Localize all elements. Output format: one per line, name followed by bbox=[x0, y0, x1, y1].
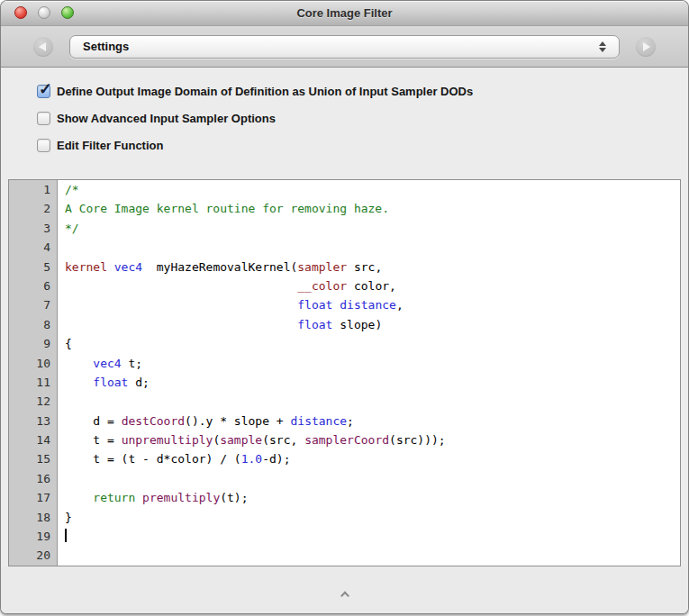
checkbox[interactable] bbox=[37, 139, 50, 152]
checkbox[interactable] bbox=[37, 112, 50, 125]
option-label: Edit Filter Function bbox=[57, 138, 163, 154]
option-row[interactable]: Edit Filter Function bbox=[37, 138, 670, 155]
page-popup-button[interactable]: Settings bbox=[69, 35, 620, 59]
line-number-gutter: 1234567891011121314151617181920 bbox=[9, 180, 58, 566]
code-editor[interactable]: 1234567891011121314151617181920 /*A Core… bbox=[8, 179, 681, 566]
option-row[interactable]: Define Output Image Domain of Definition… bbox=[37, 84, 670, 101]
minimize-button[interactable] bbox=[38, 6, 50, 19]
window-title: Core Image Filter bbox=[296, 6, 392, 20]
popup-arrows-icon bbox=[599, 41, 606, 52]
option-label: Define Output Image Domain of Definition… bbox=[57, 84, 473, 100]
close-button[interactable] bbox=[14, 6, 27, 19]
option-label: Show Advanced Input Sampler Options bbox=[57, 111, 276, 127]
footer-bar bbox=[1, 566, 688, 613]
forward-arrow-icon bbox=[643, 42, 650, 51]
resize-grip[interactable] bbox=[340, 592, 349, 601]
checkbox[interactable] bbox=[37, 85, 50, 98]
zoom-button[interactable] bbox=[61, 6, 74, 19]
code-lines: /*A Core Image kernel routine for removi… bbox=[58, 180, 680, 566]
title-bar: Core Image Filter bbox=[1, 1, 688, 26]
options-panel: Define Output Image Domain of Definition… bbox=[1, 68, 688, 179]
toolbar: Settings bbox=[1, 26, 688, 68]
back-arrow-icon bbox=[39, 42, 46, 51]
back-button[interactable] bbox=[33, 37, 53, 57]
app-window: Core Image Filter Settings Define Output… bbox=[0, 0, 689, 614]
forward-button[interactable] bbox=[636, 37, 656, 57]
option-row[interactable]: Show Advanced Input Sampler Options bbox=[37, 111, 670, 128]
page-popup-value: Settings bbox=[83, 40, 599, 53]
window-controls bbox=[14, 6, 74, 19]
